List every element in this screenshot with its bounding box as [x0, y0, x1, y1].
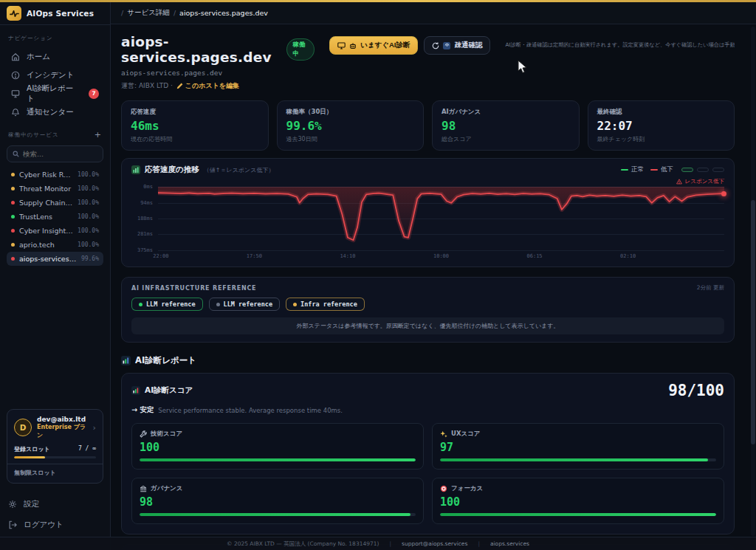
- page-title: aiops-services.pages.dev: [121, 34, 281, 65]
- service-list: Cyber Risk Review 100.0% Threat Monitor …: [7, 168, 103, 266]
- chip-dot: [293, 303, 297, 306]
- account-card[interactable]: D dev@aibx.ltd Enterprise プラン › 登録スロット 7…: [7, 409, 103, 484]
- footer-site-link[interactable]: aiops.services: [490, 540, 529, 547]
- footer-support-email[interactable]: support@aiops.services: [402, 540, 467, 547]
- monitor-icon: [337, 42, 346, 49]
- infra-note: 外部ステータスは参考情報です。原因断定ではなく、優先順位付けの補助として表示して…: [131, 317, 724, 334]
- stat-card: 最終確認 22:07 最終チェック時刻: [588, 100, 735, 151]
- service-search[interactable]: [7, 145, 103, 162]
- service-item[interactable]: Threat Monitor 100.0%: [7, 182, 103, 196]
- account-plan: Enterprise プラン: [37, 423, 88, 439]
- response-time-chart-card: 応答速度の推移 （値↑＝レスポンス低下） 正常 低下 レスポンス低下 0ms94…: [121, 158, 735, 267]
- subscore-progressbar: [440, 458, 716, 461]
- scrollbar[interactable]: [751, 27, 755, 536]
- subscore-box: フォーカス 100: [432, 478, 724, 524]
- response-time-chart: [158, 187, 724, 250]
- operator-label: 運営: AIBX LTD ·: [121, 81, 173, 91]
- sparkles-icon: [440, 430, 447, 438]
- wrench-icon: [140, 430, 147, 438]
- score-title: AI診断スコア: [145, 385, 193, 396]
- chart-x-axis: 22:0017:5014:1010:0006:1502:10: [158, 250, 724, 261]
- subscore-box: ガバナンス 98: [131, 478, 424, 524]
- stat-card: 応答速度 46ms 現在の応答時間: [121, 100, 269, 151]
- x-tick-label: 14:10: [340, 253, 355, 259]
- chart-subtitle: （値↑＝レスポンス低下）: [204, 166, 275, 174]
- service-item[interactable]: Supply Chain Report 100.0%: [7, 196, 103, 210]
- service-item[interactable]: Cyber Risk Review 100.0%: [7, 168, 103, 182]
- stat-value: 99.6%: [286, 119, 415, 133]
- response-degradation-alert: レスポンス低下: [131, 178, 724, 185]
- reference-chip[interactable]: LLM reference: [209, 298, 281, 311]
- status-dot: [11, 215, 15, 219]
- edit-host-link[interactable]: このホストを編集: [176, 81, 239, 91]
- main-content: aiops-services.pages.dev 稼働中 aiops-servi…: [111, 24, 756, 550]
- home-icon: [11, 52, 21, 61]
- stats-row: 応答速度 46ms 現在の応答時間 稼働率（30日） 99.6% 過去30日間 …: [121, 100, 735, 151]
- footer-copyright: © 2025 AIBX LTD — 英国法人 (Company No. 1831…: [227, 540, 379, 548]
- y-tick-label: 188ms: [137, 216, 153, 221]
- range-button[interactable]: [697, 168, 709, 172]
- search-input[interactable]: [23, 150, 97, 158]
- status-dot: [11, 201, 15, 204]
- service-item[interactable]: aiops-services.page… 99.6%: [7, 252, 103, 266]
- nav-item[interactable]: 通知センター: [7, 103, 103, 121]
- y-tick-label: 281ms: [137, 231, 153, 237]
- slots-label: 登録スロット: [14, 445, 50, 453]
- status-dot: [11, 257, 15, 261]
- add-service-button[interactable]: +: [94, 131, 102, 139]
- range-button[interactable]: [712, 168, 724, 172]
- run-ai-diagnosis-button[interactable]: いますぐAI診断: [329, 36, 418, 55]
- stat-value: 22:07: [597, 119, 726, 133]
- bank-icon: [140, 485, 147, 492]
- settings-link[interactable]: 設定: [8, 495, 102, 513]
- subscore-grid: 技術スコア 100 UXスコア 97 ガバナンス 98 フォーカス 100: [131, 423, 724, 524]
- score-status: → 安定: [131, 405, 154, 415]
- infra-updated: 2分前 更新: [697, 284, 724, 292]
- avatar: D: [14, 419, 32, 436]
- nav-item[interactable]: ホーム: [7, 47, 103, 66]
- radar-icon: [443, 42, 450, 49]
- y-tick-label: 375ms: [137, 247, 153, 253]
- search-icon: [13, 151, 19, 157]
- status-dot: [11, 229, 15, 233]
- ai-score-card: AI診断スコア 98/100 → 安定 Service performance …: [121, 373, 735, 534]
- stat-card: 稼働率（30日） 99.6% 過去30日間: [277, 100, 425, 151]
- robot-icon: [349, 42, 357, 49]
- bell-icon: [11, 108, 21, 117]
- infra-chip-row: LLM reference LLM reference Infra refere…: [131, 298, 724, 311]
- logout-link[interactable]: ログアウト: [8, 516, 102, 534]
- service-item[interactable]: aprio.tech 100.0%: [7, 238, 103, 252]
- bar-chart-icon: [121, 356, 131, 365]
- x-tick-label: 17:50: [247, 253, 262, 259]
- legend-swatch: [650, 169, 658, 171]
- chip-dot: [139, 303, 142, 306]
- chart-range-buttons: [678, 168, 724, 172]
- subscore-box: UXスコア 97: [432, 423, 724, 470]
- brand: AIOps Services: [0, 2, 110, 25]
- slots-value: 7 / ∞: [78, 445, 96, 453]
- subscore-value: 100: [140, 441, 416, 454]
- breadcrumb-page: aiops-services.pages.dev: [179, 9, 268, 17]
- nav-item[interactable]: AI診断レポート 7: [7, 84, 103, 103]
- slots-progressbar: [14, 456, 96, 458]
- brand-name: AIOps Services: [27, 9, 94, 18]
- subscore-value: 97: [440, 441, 716, 454]
- scrollbar-thumb[interactable]: [751, 200, 755, 444]
- x-tick-label: 06:15: [527, 253, 543, 259]
- pencil-icon: [176, 83, 183, 89]
- legend-item: 低下: [650, 165, 673, 174]
- reference-chip[interactable]: Infra reference: [286, 298, 365, 311]
- y-tick-label: 94ms: [140, 200, 153, 206]
- connectivity-check-button[interactable]: 疎通確認: [424, 36, 490, 55]
- service-item[interactable]: Cyber Insight Portal 100.0%: [7, 224, 103, 238]
- infra-reference-card: AI INFRASTRUCTURE REFERENCE 2分前 更新 LLM r…: [121, 277, 735, 343]
- range-button[interactable]: [681, 168, 693, 172]
- service-item[interactable]: TrustLens 100.0%: [7, 210, 103, 224]
- nav-item[interactable]: インシデント: [7, 66, 103, 84]
- reference-chip[interactable]: LLM reference: [131, 298, 203, 311]
- warning-icon: [676, 179, 682, 185]
- x-tick-label: 22:00: [153, 253, 168, 259]
- chart-legend: 正常 低下: [614, 165, 673, 174]
- subscore-box: 技術スコア 100: [131, 423, 424, 470]
- breadcrumb-section[interactable]: サービス詳細: [127, 8, 170, 18]
